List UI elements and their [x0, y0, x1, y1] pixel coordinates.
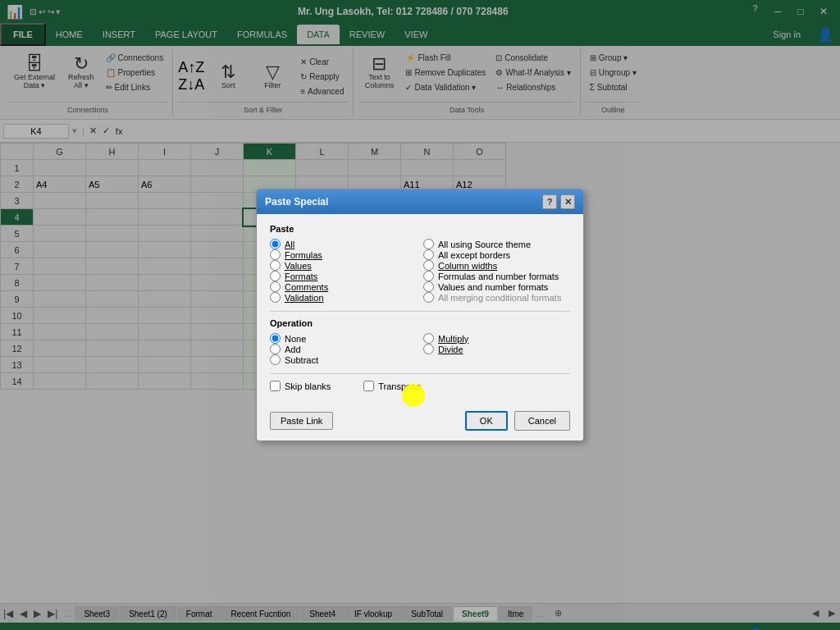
paste-values-numbers-label: Values and number formats	[438, 282, 548, 292]
op-add-radio[interactable]	[270, 344, 281, 354]
paste-special-dialog: Paste Special ? ✕ Paste All Formu	[256, 189, 584, 441]
paste-merging-option: All merging conditional formats	[423, 292, 570, 303]
dialog-content: Paste All Formulas Values	[257, 214, 583, 404]
cancel-button[interactable]: Cancel	[514, 411, 570, 431]
dialog-help-button[interactable]: ?	[542, 194, 557, 209]
paste-formats-option: Formats	[270, 271, 417, 281]
paste-all-radio[interactable]	[270, 239, 281, 249]
op-multiply-radio[interactable]	[423, 333, 434, 344]
paste-all-source-radio[interactable]	[423, 239, 434, 249]
op-none-label: None	[285, 334, 306, 344]
op-subtract-radio[interactable]	[270, 354, 281, 365]
paste-comments-radio[interactable]	[270, 281, 281, 292]
skip-blanks-label: Skip blanks	[285, 381, 331, 391]
dialog-overlay: Paste Special ? ✕ Paste All Formu	[0, 0, 840, 630]
paste-formulas-numbers-label: Formulas and number formats	[438, 272, 559, 281]
paste-values-label: Values	[285, 261, 312, 271]
paste-validation-option: Validation	[270, 292, 417, 303]
paste-except-borders-radio[interactable]	[423, 249, 434, 260]
paste-col-widths-option: Column widths	[423, 260, 570, 271]
transpose-checkbox[interactable]	[363, 381, 374, 391]
op-multiply-option: Multiply	[423, 333, 570, 344]
paste-all-label: All	[285, 240, 294, 249]
paste-col-widths-label: Column widths	[438, 261, 497, 271]
paste-formats-radio[interactable]	[270, 271, 281, 281]
transpose-option: Transpose	[363, 381, 421, 391]
paste-link-button[interactable]: Paste Link	[270, 412, 333, 430]
operation-checkbox-separator	[270, 373, 570, 374]
op-add-label: Add	[285, 345, 301, 354]
paste-formulas-label: Formulas	[285, 250, 322, 260]
paste-all-source-option: All using Source theme	[423, 239, 570, 249]
paste-formats-label: Formats	[285, 272, 317, 281]
paste-merging-label: All merging conditional formats	[438, 293, 561, 303]
op-divide-radio[interactable]	[423, 344, 434, 354]
dialog-title-bar: Paste Special ? ✕	[257, 189, 583, 214]
op-subtract-option: Subtract	[270, 354, 417, 365]
op-divide-option: Divide	[423, 344, 570, 354]
skip-blanks-option: Skip blanks	[270, 381, 331, 391]
op-add-option: Add	[270, 344, 417, 354]
skip-blanks-checkbox[interactable]	[270, 381, 281, 391]
op-multiply-label: Multiply	[438, 334, 468, 344]
operation-options: None Add Subtract Multiply	[270, 333, 570, 365]
op-none-option: None	[270, 333, 417, 344]
dialog-title: Paste Special	[265, 196, 328, 208]
paste-formulas-radio[interactable]	[270, 249, 281, 260]
op-none-radio[interactable]	[270, 333, 281, 344]
paste-merging-radio[interactable]	[423, 292, 434, 303]
paste-values-option: Values	[270, 260, 417, 271]
paste-all-option: All	[270, 239, 417, 249]
transpose-label: Transpose	[378, 381, 421, 391]
paste-options: All Formulas Values Formats	[270, 239, 570, 303]
op-divide-label: Divide	[438, 345, 463, 354]
paste-comments-option: Comments	[270, 281, 417, 292]
paste-formulas-numbers-option: Formulas and number formats	[423, 271, 570, 281]
operation-section-label: Operation	[270, 318, 570, 328]
paste-values-radio[interactable]	[270, 260, 281, 271]
op-subtract-label: Subtract	[285, 355, 318, 365]
paste-section-label: Paste	[270, 224, 570, 234]
paste-all-source-label: All using Source theme	[438, 240, 531, 249]
paste-except-borders-label: All except borders	[438, 250, 510, 260]
paste-formulas-option: Formulas	[270, 249, 417, 260]
paste-validation-label: Validation	[285, 293, 324, 303]
paste-formulas-numbers-radio[interactable]	[423, 271, 434, 281]
paste-operation-separator	[270, 311, 570, 312]
paste-values-numbers-radio[interactable]	[423, 281, 434, 292]
checkboxes-row: Skip blanks Transpose	[270, 381, 570, 395]
paste-validation-radio[interactable]	[270, 292, 281, 303]
dialog-footer: Paste Link OK Cancel	[257, 404, 583, 441]
dialog-close-button[interactable]: ✕	[560, 194, 575, 209]
paste-values-numbers-option: Values and number formats	[423, 281, 570, 292]
paste-except-borders-option: All except borders	[423, 249, 570, 260]
paste-col-widths-radio[interactable]	[423, 260, 434, 271]
ok-button[interactable]: OK	[465, 411, 508, 431]
paste-comments-label: Comments	[285, 282, 328, 292]
